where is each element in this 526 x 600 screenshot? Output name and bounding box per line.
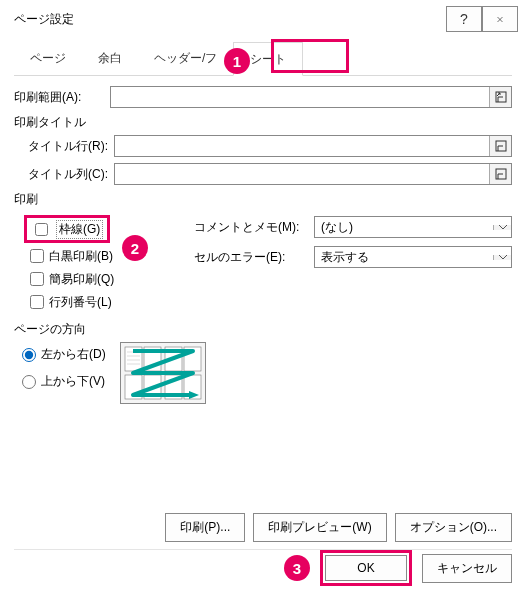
print-area-input[interactable] [110, 86, 512, 108]
print-titles-group: 印刷タイトル [14, 114, 512, 131]
bw-checkbox[interactable] [30, 249, 44, 263]
title-cols-input[interactable] [114, 163, 512, 185]
close-icon [497, 14, 503, 25]
left-to-right-label: 左から右(D) [41, 346, 106, 363]
errors-value: 表示する [315, 249, 493, 266]
top-to-bottom-radio[interactable] [22, 375, 36, 389]
rowcol-label: 行列番号(L) [49, 294, 112, 311]
title-rows-input[interactable] [114, 135, 512, 157]
title-rows-label: タイトル行(R): [14, 138, 108, 155]
comments-value: (なし) [315, 219, 493, 236]
print-group: 印刷 [14, 191, 512, 208]
top-to-bottom-label: 上から下(V) [41, 373, 105, 390]
options-button[interactable]: オプション(O)... [395, 513, 512, 542]
draft-label: 簡易印刷(Q) [49, 271, 114, 288]
tab-headerfooter[interactable]: ヘッダー/フ [138, 42, 233, 75]
comments-combo[interactable]: (なし) [314, 216, 512, 238]
callout-3: 3 [284, 555, 310, 581]
ok-button[interactable]: OK [325, 555, 407, 581]
ok-highlight: OK [320, 550, 412, 586]
range-picker-icon[interactable] [489, 164, 511, 184]
gridlines-highlight: 枠線(G) [24, 215, 110, 243]
chevron-down-icon [493, 255, 511, 260]
close-button[interactable] [482, 6, 518, 32]
page-order-group: ページの方向 [14, 321, 512, 338]
bw-label: 白黒印刷(B) [49, 248, 113, 265]
tab-page[interactable]: ページ [14, 42, 82, 75]
errors-label: セルのエラー(E): [194, 249, 306, 266]
tab-strip: ページ 余白 ヘッダー/フ シート [14, 42, 512, 76]
title-cols-label: タイトル列(C): [14, 166, 108, 183]
help-button[interactable]: ? [446, 6, 482, 32]
gridlines-label: 枠線(G) [56, 220, 103, 239]
chevron-down-icon [493, 225, 511, 230]
page-order-preview [120, 342, 206, 404]
callout-2: 2 [122, 235, 148, 261]
left-to-right-radio[interactable] [22, 348, 36, 362]
comments-label: コメントとメモ(M): [194, 219, 306, 236]
rowcol-checkbox[interactable] [30, 295, 44, 309]
range-picker-icon[interactable] [489, 136, 511, 156]
gridlines-checkbox[interactable] [35, 223, 48, 236]
draft-checkbox[interactable] [30, 272, 44, 286]
tab-margins[interactable]: 余白 [82, 42, 138, 75]
errors-combo[interactable]: 表示する [314, 246, 512, 268]
print-preview-button[interactable]: 印刷プレビュー(W) [253, 513, 386, 542]
range-picker-icon[interactable] [489, 87, 511, 107]
cancel-button[interactable]: キャンセル [422, 554, 512, 583]
dialog-title: ページ設定 [14, 11, 446, 28]
print-button[interactable]: 印刷(P)... [165, 513, 245, 542]
print-area-label: 印刷範囲(A): [14, 89, 104, 106]
callout-1: 1 [224, 48, 250, 74]
